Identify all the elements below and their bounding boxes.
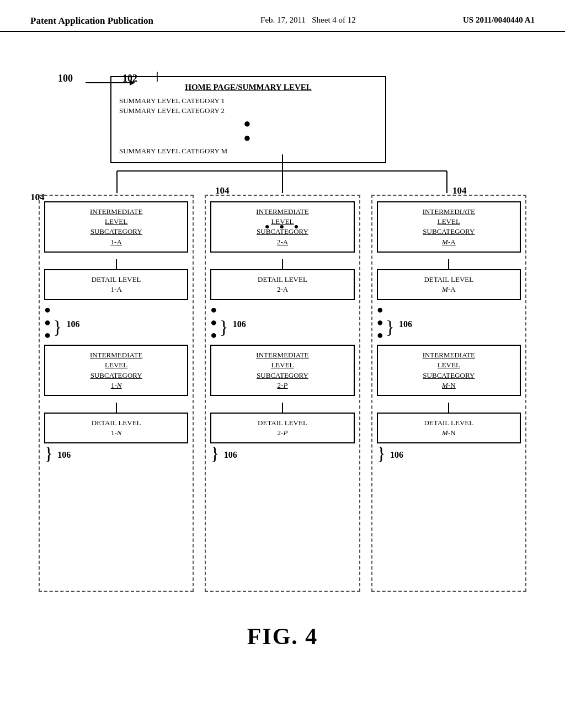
brace-col3-top: } [386, 320, 395, 334]
int-2a-line1: INTERMEDIATE [256, 207, 308, 216]
int-1a-line1: INTERMEDIATE [90, 207, 142, 216]
int-1n-line4: 1-N [111, 381, 122, 389]
det-1n-line1: DETAIL LEVEL [92, 419, 141, 427]
int-1n-line3: SUBCATEGORY [90, 371, 142, 379]
columns-container: INTERMEDIATE LEVEL SUBCATEGORY 1-A DETAI… [33, 195, 532, 592]
label-106-col3-top: 106 [399, 319, 412, 329]
publication-label: Patent Application Publication [30, 15, 153, 26]
summary-box: HOME PAGE/SUMMARY LEVEL SUMMARY LEVEL CA… [110, 76, 386, 163]
intermediate-box-1a: INTERMEDIATE LEVEL SUBCATEGORY 1-A [44, 201, 188, 253]
detail-box-mn: DETAIL LEVEL M-N [377, 413, 521, 443]
intermediate-box-mn: INTERMEDIATE LEVEL SUBCATEGORY M-N [377, 345, 521, 396]
dot2: ● [44, 316, 51, 329]
label-106-col2-top: 106 [233, 319, 246, 329]
sheet-label: Sheet 4 of 12 [312, 15, 356, 24]
detail-box-1n: DETAIL LEVEL 1-N [44, 413, 188, 443]
detail-box-ma: DETAIL LEVEL M-A [377, 269, 521, 300]
connector-2p [282, 403, 283, 413]
det-1n-line2: 1-N [111, 429, 122, 437]
label-106-col1-bot-area: } 106 [44, 447, 188, 460]
connector-ma [448, 259, 449, 269]
brace-col2-bot: } [210, 447, 219, 460]
column-3: INTERMEDIATE LEVEL SUBCATEGORY M-A DETAI… [371, 195, 526, 592]
label-106-col1-top: 106 [66, 319, 79, 329]
summary-dots: ●● [119, 116, 377, 146]
connector-1a [116, 259, 117, 269]
dot1: ● [44, 303, 51, 316]
label-106-col1-bot: 106 [57, 450, 71, 460]
date-label: Feb. 17, 2011 [260, 15, 306, 24]
int-1a-line2: LEVEL [105, 217, 127, 226]
int-1n-line1: INTERMEDIATE [90, 351, 142, 359]
connector-2a [282, 259, 283, 269]
intermediate-box-1n: INTERMEDIATE LEVEL SUBCATEGORY 1-N [44, 345, 188, 396]
date-sheet-label: Feb. 17, 2011 Sheet 4 of 12 [260, 15, 356, 25]
intermediate-box-2p: INTERMEDIATE LEVEL SUBCATEGORY 2-P [210, 345, 354, 396]
connector-1n [116, 403, 117, 413]
detail-box-2a: DETAIL LEVEL 2-A [210, 269, 354, 300]
det-1a-line1: DETAIL LEVEL [92, 275, 141, 283]
brace-col1-top: } [53, 320, 62, 334]
page-header: Patent Application Publication Feb. 17, … [0, 0, 565, 32]
detail-box-1a: DETAIL LEVEL 1-A [44, 269, 188, 300]
diagram-area: 100 102 HOME PAGE/SUMMARY LEVEL SUMMARY … [0, 32, 565, 683]
label-106-col2-bot-area: } 106 [210, 447, 354, 460]
detail-box-2p: DETAIL LEVEL 2-P [210, 413, 354, 443]
fig-label: FIG. 4 [247, 623, 318, 650]
det-1a-line2: 1-A [111, 285, 122, 293]
dots-area-col2-top: ● ● ● } 106 [210, 303, 354, 341]
dots-area-col1-top: ● ● ● } 106 [44, 303, 188, 341]
dots-area-col3-top: ● ● ● } 106 [377, 303, 521, 341]
det-2a-line2: 2-A [277, 285, 288, 293]
int-1a-line4: 1-A [111, 238, 122, 246]
int-2a-line4: 2-A [277, 238, 288, 246]
int-2a-line2: LEVEL [271, 217, 294, 226]
label-106-col2-bot: 106 [224, 450, 237, 460]
det-2a-line1: DETAIL LEVEL [258, 275, 307, 283]
column-2: INTERMEDIATE LEVEL SUBCATEGORY 2-A DETAI… [205, 195, 360, 592]
summary-item-1: SUMMARY LEVEL CATEGORY 1 [119, 97, 377, 105]
brace-col2-top: } [219, 320, 228, 334]
connector-mn [448, 403, 449, 413]
int-2a-line3: SUBCATEGORY [257, 227, 308, 235]
int-1n-line2: LEVEL [105, 361, 127, 369]
summary-box-title: HOME PAGE/SUMMARY LEVEL [119, 83, 377, 92]
intermediate-box-ma: INTERMEDIATE LEVEL SUBCATEGORY M-A [377, 201, 521, 253]
dot3: ● [44, 329, 51, 341]
int-1a-line3: SUBCATEGORY [90, 227, 142, 235]
brace-col3-bot: } [377, 447, 386, 460]
summary-item-2: SUMMARY LEVEL CATEGORY 2 [119, 106, 377, 115]
label-106-col3-bot: 106 [390, 450, 403, 460]
label-106-col3-bot-area: } 106 [377, 447, 521, 460]
patent-number-label: US 2011/0040440 A1 [463, 15, 535, 25]
brace-col1-bot: } [44, 447, 53, 460]
column-1: INTERMEDIATE LEVEL SUBCATEGORY 1-A DETAI… [39, 195, 194, 592]
intermediate-box-2a: INTERMEDIATE LEVEL SUBCATEGORY 2-A [210, 201, 354, 253]
